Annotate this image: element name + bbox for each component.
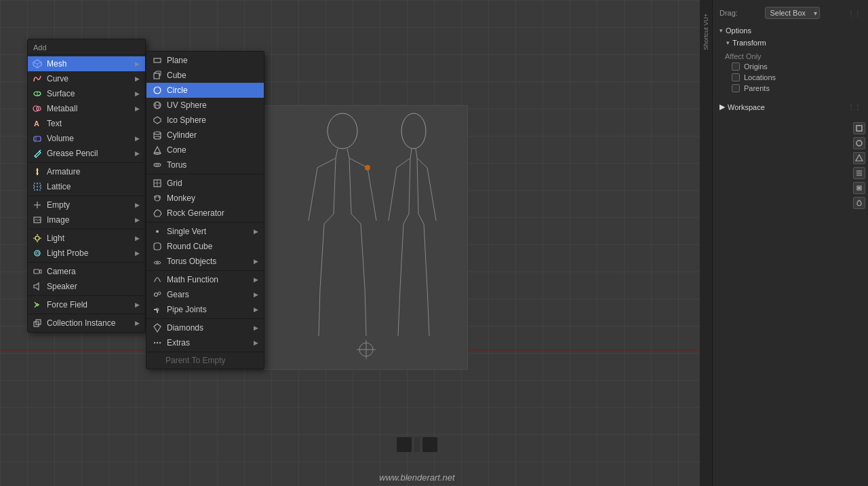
submenu-item-parent-to-empty[interactable]: Parent To Empty: [146, 354, 264, 367]
submenu-item-uv-sphere[interactable]: UV Sphere: [146, 98, 264, 113]
menu-item-lattice[interactable]: Lattice: [28, 179, 145, 194]
drag-label: Drag:: [719, 9, 738, 17]
drag-select[interactable]: Select Box: [765, 7, 820, 19]
menu-item-grease-pencil[interactable]: Grease Pencil ▶: [28, 146, 145, 161]
svg-point-68: [35, 250, 40, 256]
cube-label: Cube: [167, 71, 186, 80]
r-icon-2[interactable]: [853, 137, 865, 149]
volume-arrow: ▶: [135, 135, 140, 142]
submenu-item-grid[interactable]: Grid: [146, 176, 264, 191]
light-probe-icon: [32, 248, 43, 259]
diamonds-icon: [152, 322, 163, 333]
menu-item-text[interactable]: A Text: [28, 116, 145, 131]
svg-point-87: [154, 136, 161, 139]
svg-point-95: [155, 195, 160, 201]
r-icon-3[interactable]: [853, 152, 865, 164]
add-menu: Add Mesh ▶ Curve ▶ Surface ▶: [27, 39, 146, 333]
cone-label: Cone: [167, 145, 186, 155]
menu-item-armature[interactable]: Armature: [28, 164, 145, 179]
r-icon-1[interactable]: [853, 122, 865, 134]
single-vert-icon: [152, 226, 163, 237]
svg-point-79: [154, 87, 161, 94]
menu-item-light-probe[interactable]: Light Probe ▶: [28, 246, 145, 261]
svg-marker-98: [154, 210, 161, 217]
submenu-item-torus-objects[interactable]: Torus Objects ▶: [146, 254, 264, 269]
submenu-item-single-vert[interactable]: Single Vert ▶: [146, 224, 264, 239]
torus-label: Torus: [167, 160, 186, 170]
submenu-item-cylinder[interactable]: Cylinder: [146, 128, 264, 143]
svg-rect-76: [154, 73, 159, 79]
plane-label: Plane: [167, 56, 188, 65]
drag-select-wrapper[interactable]: Select Box: [765, 7, 820, 19]
submenu-item-cone[interactable]: Cone: [146, 143, 264, 157]
svg-point-63: [35, 236, 39, 240]
r-icon-4[interactable]: [853, 167, 865, 179]
divider-4: [28, 262, 145, 263]
r-icon-6[interactable]: [853, 197, 865, 209]
origins-checkbox[interactable]: [732, 62, 740, 71]
bottom-icon-2[interactable]: [414, 437, 420, 452]
svg-point-99: [156, 230, 159, 233]
plane-icon: [152, 55, 163, 66]
menu-item-empty[interactable]: Empty ▶: [28, 198, 145, 212]
diamonds-arrow: ▶: [254, 324, 258, 331]
transform-section-header[interactable]: ▾ Transform: [715, 37, 865, 49]
collection-instance-arrow: ▶: [135, 320, 140, 326]
menu-item-surface[interactable]: Surface ▶: [28, 86, 145, 101]
submenu-item-pipe-joints[interactable]: Pipe Joints ▶: [146, 302, 264, 317]
menu-item-mesh[interactable]: Mesh ▶: [28, 56, 145, 71]
svg-marker-37: [856, 155, 863, 161]
options-section-header[interactable]: ▾ Options: [715, 24, 865, 37]
menu-item-force-field[interactable]: Force Field ▶: [28, 297, 145, 312]
camera-icon: [32, 266, 43, 277]
menu-item-image[interactable]: Image ▶: [28, 212, 145, 227]
submenu-item-cube[interactable]: Cube: [146, 68, 264, 83]
monkey-icon: [152, 193, 163, 204]
curve-arrow: ▶: [135, 75, 140, 82]
extras-arrow: ▶: [254, 339, 258, 346]
image-arrow: ▶: [135, 217, 140, 223]
locations-checkbox[interactable]: [732, 73, 740, 81]
circle-icon: [152, 85, 163, 96]
parents-checkbox[interactable]: [732, 84, 740, 92]
menu-item-metaball[interactable]: Metaball ▶: [28, 101, 145, 116]
collection-instance-label: Collection Instance: [47, 318, 115, 328]
submenu-item-rock-generator[interactable]: Rock Generator: [146, 206, 264, 221]
menu-item-volume[interactable]: Volume ▶: [28, 131, 145, 146]
menu-item-light[interactable]: Light ▶: [28, 231, 145, 246]
speaker-label: Speaker: [47, 282, 77, 291]
submenu-item-torus[interactable]: Torus: [146, 157, 264, 172]
math-function-arrow: ▶: [254, 276, 258, 283]
svg-marker-72: [34, 283, 39, 290]
menu-item-curve[interactable]: Curve ▶: [28, 71, 145, 86]
submenu-item-plane[interactable]: Plane: [146, 53, 264, 68]
affect-only-label: Affect Only: [721, 51, 766, 62]
bottom-icon-1[interactable]: [397, 437, 412, 452]
svg-rect-100: [154, 243, 161, 250]
workspace-section-header[interactable]: ▶ Workspace ⋮⋮: [715, 100, 865, 113]
add-menu-title: Add: [28, 41, 145, 55]
menu-item-camera[interactable]: Camera: [28, 264, 145, 279]
submenu-item-diamonds[interactable]: Diamonds ▶: [146, 320, 264, 335]
submenu-item-extras[interactable]: Extras ▶: [146, 335, 264, 350]
bottom-icon-3[interactable]: [422, 437, 437, 452]
ico-sphere-label: Ico Sphere: [167, 115, 206, 125]
submenu-item-gears[interactable]: Gears ▶: [146, 287, 264, 302]
submenu-item-math-function[interactable]: Math Function ▶: [146, 272, 264, 287]
svg-line-43: [33, 62, 37, 64]
svg-point-16: [365, 165, 370, 170]
surface-arrow: ▶: [135, 90, 140, 97]
mesh-label: Mesh: [47, 59, 66, 69]
submenu-item-circle[interactable]: Circle: [146, 83, 264, 98]
svg-point-111: [159, 342, 161, 343]
submenu-item-monkey[interactable]: Monkey: [146, 191, 264, 206]
r-icon-5[interactable]: [853, 182, 865, 194]
image-label: Image: [47, 215, 69, 225]
menu-item-speaker[interactable]: Speaker: [28, 279, 145, 294]
image-icon: [32, 214, 43, 225]
submenu-divider-1: [146, 174, 264, 174]
grease-pencil-arrow: ▶: [135, 150, 140, 157]
submenu-item-round-cube[interactable]: Round Cube: [146, 239, 264, 254]
submenu-item-ico-sphere[interactable]: Ico Sphere: [146, 113, 264, 128]
menu-item-collection-instance[interactable]: Collection Instance ▶: [28, 316, 145, 331]
